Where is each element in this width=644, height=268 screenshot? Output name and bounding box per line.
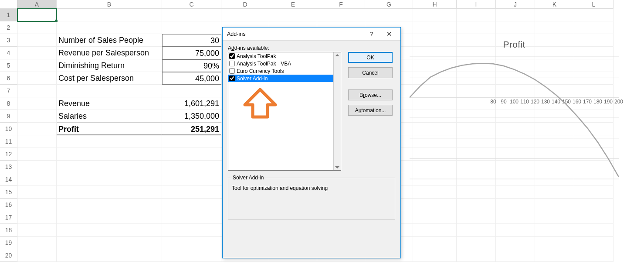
cell[interactable] <box>496 237 535 249</box>
cell[interactable] <box>162 173 221 186</box>
ok-button[interactable]: OK <box>348 52 393 63</box>
select-all-corner[interactable] <box>0 0 17 9</box>
cell[interactable] <box>17 161 57 173</box>
row-header[interactable]: 2 <box>0 21 17 34</box>
cell[interactable] <box>317 9 365 21</box>
row-header[interactable]: 12 <box>0 148 17 161</box>
dialog-titlebar[interactable]: Add-ins ? ✕ <box>223 27 400 41</box>
addin-checkbox[interactable] <box>229 61 235 66</box>
cell[interactable] <box>17 9 57 21</box>
col-header-I[interactable]: I <box>457 0 496 9</box>
cell[interactable] <box>57 135 162 148</box>
cell[interactable] <box>17 59 57 72</box>
cell[interactable] <box>496 211 535 224</box>
cell[interactable] <box>162 249 221 262</box>
col-header-D[interactable]: D <box>221 0 269 9</box>
cell[interactable] <box>413 211 457 224</box>
cell[interactable] <box>57 199 162 211</box>
col-header-E[interactable]: E <box>269 0 317 9</box>
cell[interactable] <box>57 211 162 224</box>
cell[interactable] <box>17 34 57 47</box>
cell[interactable] <box>17 85 57 97</box>
cell[interactable] <box>57 173 162 186</box>
profit-chart[interactable]: Profit 809010011012013014015016017018019… <box>401 39 627 205</box>
cancel-button[interactable]: Cancel <box>348 67 393 78</box>
col-header-K[interactable]: K <box>535 0 574 9</box>
row-header[interactable]: 1 <box>0 9 17 21</box>
cell[interactable] <box>17 186 57 199</box>
cell[interactable] <box>57 21 162 34</box>
cell[interactable] <box>57 9 162 21</box>
cell[interactable] <box>57 85 162 97</box>
cell[interactable] <box>535 237 574 249</box>
cell[interactable] <box>162 21 221 34</box>
cell[interactable] <box>162 85 221 97</box>
cell[interactable] <box>413 224 457 237</box>
row-header[interactable]: 13 <box>0 161 17 173</box>
cell[interactable] <box>17 135 57 148</box>
cell[interactable] <box>17 249 57 262</box>
row-header[interactable]: 19 <box>0 237 17 249</box>
cell[interactable] <box>162 9 221 21</box>
cell[interactable]: 1,601,291 <box>162 97 221 110</box>
cell[interactable] <box>496 9 535 21</box>
row-header[interactable]: 4 <box>0 47 17 59</box>
cell[interactable]: 90% <box>162 59 221 72</box>
cell[interactable] <box>162 161 221 173</box>
close-icon[interactable]: ✕ <box>380 27 398 41</box>
browse-button[interactable]: Browse... <box>348 89 393 100</box>
row-header[interactable]: 10 <box>0 123 17 135</box>
cell[interactable] <box>574 237 613 249</box>
col-header-F[interactable]: F <box>317 0 365 9</box>
cell[interactable] <box>365 9 413 21</box>
cell[interactable] <box>162 224 221 237</box>
cell[interactable] <box>162 211 221 224</box>
cell[interactable]: Number of Sales People <box>57 34 162 47</box>
cell[interactable] <box>457 211 496 224</box>
cell[interactable] <box>162 237 221 249</box>
cell[interactable]: Diminishing Return <box>57 59 162 72</box>
cell[interactable] <box>17 21 57 34</box>
cell[interactable] <box>535 21 574 34</box>
cell[interactable] <box>57 249 162 262</box>
cell[interactable]: Revenue <box>57 97 162 110</box>
listbox-scrollbar[interactable] <box>333 52 341 170</box>
cell[interactable]: Cost per Salesperson <box>57 72 162 85</box>
addin-checkbox[interactable] <box>229 68 235 74</box>
cell[interactable] <box>457 21 496 34</box>
addin-item[interactable]: Analysis ToolPak <box>228 52 333 60</box>
automation-button[interactable]: Automation... <box>348 105 393 116</box>
cell[interactable] <box>17 148 57 161</box>
col-header-L[interactable]: L <box>574 0 613 9</box>
cell[interactable] <box>535 224 574 237</box>
addin-item[interactable]: Euro Currency Tools <box>228 67 333 75</box>
cell[interactable] <box>574 21 613 34</box>
col-header-H[interactable]: H <box>413 0 457 9</box>
row-header[interactable]: 17 <box>0 211 17 224</box>
cell[interactable] <box>413 21 457 34</box>
cell[interactable] <box>17 237 57 249</box>
cell[interactable]: 1,350,000 <box>162 110 221 123</box>
cell[interactable] <box>17 173 57 186</box>
row-header[interactable]: 5 <box>0 59 17 72</box>
col-header-B[interactable]: B <box>57 0 162 9</box>
cell[interactable]: 251,291 <box>162 123 221 135</box>
cell[interactable] <box>457 9 496 21</box>
cell[interactable] <box>17 199 57 211</box>
row-header[interactable]: 3 <box>0 34 17 47</box>
cell[interactable] <box>413 9 457 21</box>
addin-checkbox[interactable] <box>229 76 235 81</box>
cell[interactable] <box>269 9 317 21</box>
cell[interactable] <box>457 237 496 249</box>
cell[interactable] <box>162 186 221 199</box>
row-header[interactable]: 6 <box>0 72 17 85</box>
cell[interactable] <box>457 249 496 262</box>
cell[interactable] <box>574 224 613 237</box>
row-header[interactable]: 11 <box>0 135 17 148</box>
cell[interactable] <box>535 211 574 224</box>
row-header[interactable]: 20 <box>0 249 17 262</box>
row-header[interactable]: 9 <box>0 110 17 123</box>
cell[interactable] <box>57 148 162 161</box>
addin-item[interactable]: Solver Add-in <box>228 75 333 82</box>
cell[interactable] <box>162 199 221 211</box>
